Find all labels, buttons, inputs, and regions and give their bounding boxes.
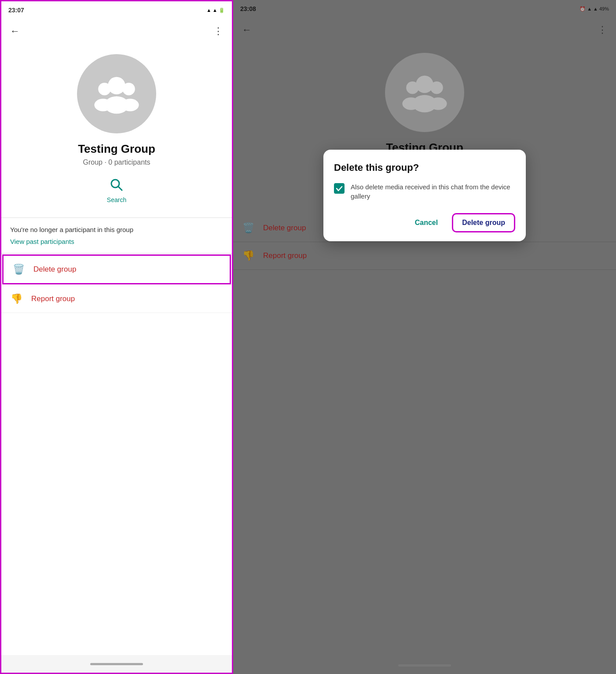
left-delete-group-item[interactable]: 🗑️ Delete group: [2, 254, 231, 284]
dialog-buttons: Cancel Delete group: [334, 213, 515, 232]
left-search-label: Search: [107, 196, 126, 203]
dialog-checkbox-label: Also delete media received in this chat …: [351, 182, 515, 201]
left-time: 23:07: [8, 7, 24, 14]
left-more-button[interactable]: ⋮: [212, 24, 225, 39]
left-group-subtitle: Group · 0 participants: [83, 158, 150, 166]
group-avatar-icon: [92, 69, 141, 119]
signal-icon: ▲: [206, 7, 211, 13]
left-search-icon: [109, 177, 125, 195]
right-screen: 23:08 ⏰ ▲ ▲ 49% ← ⋮ Testi: [233, 0, 616, 674]
left-info-bar: You're no longer a participant in this g…: [1, 218, 232, 254]
battery-icon: 🔋: [219, 7, 225, 13]
left-group-name: Testing Group: [78, 142, 155, 156]
left-menu-items: 🗑️ Delete group 👎 Report group: [1, 254, 232, 655]
wifi-icon: ▲: [213, 7, 217, 13]
left-thumbsdown-icon: 👎: [10, 293, 22, 305]
left-avatar: [77, 54, 156, 133]
delete-dialog: Delete this group? Also delete media rec…: [323, 150, 526, 241]
dialog-checkbox-row: Also delete media received in this chat …: [334, 182, 515, 201]
dialog-overlay: Delete this group? Also delete media rec…: [233, 0, 616, 674]
left-participant-message: You're no longer a participant in this g…: [10, 226, 223, 233]
left-handle-bar: [90, 663, 143, 665]
left-report-group-item[interactable]: 👎 Report group: [1, 285, 232, 313]
left-trash-icon: 🗑️: [12, 264, 25, 275]
left-status-bar: 23:07 ▲ ▲ 🔋: [1, 1, 232, 19]
left-view-past-link[interactable]: View past participants: [10, 238, 223, 245]
dialog-delete-button[interactable]: Delete group: [452, 213, 515, 232]
svg-point-2: [98, 83, 111, 96]
left-report-group-label: Report group: [31, 295, 75, 303]
svg-point-4: [122, 83, 135, 96]
svg-point-3: [94, 99, 112, 111]
left-delete-group-label: Delete group: [33, 265, 76, 274]
delete-media-checkbox[interactable]: [334, 183, 345, 194]
left-status-icons: ▲ ▲ 🔋: [206, 7, 225, 13]
svg-point-0: [108, 77, 125, 95]
left-back-button[interactable]: ←: [8, 24, 22, 39]
left-screen: 23:07 ▲ ▲ 🔋 ← ⋮: [0, 0, 233, 674]
left-bottom-handle: [1, 655, 232, 673]
dialog-title: Delete this group?: [334, 162, 515, 173]
svg-point-5: [121, 99, 139, 111]
left-profile-area: Testing Group Group · 0 participants Sea…: [1, 44, 232, 217]
svg-line-7: [118, 187, 122, 190]
dialog-cancel-button[interactable]: Cancel: [406, 213, 447, 232]
left-toolbar: ← ⋮: [1, 19, 232, 44]
left-search-button[interactable]: Search: [107, 177, 126, 203]
